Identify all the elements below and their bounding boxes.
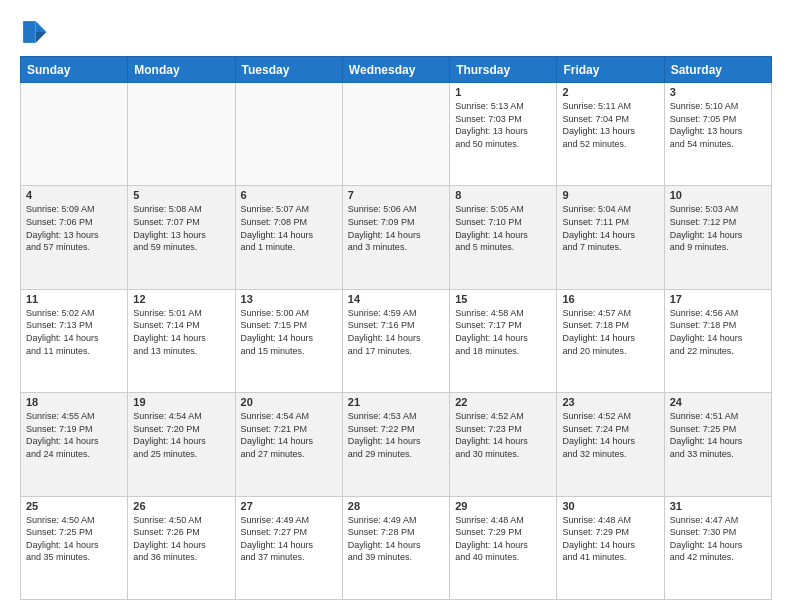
day-info: Sunrise: 4:53 AM Sunset: 7:22 PM Dayligh… bbox=[348, 410, 444, 460]
day-number: 24 bbox=[670, 396, 766, 408]
calendar-day-header: Sunday bbox=[21, 57, 128, 83]
calendar-cell: 20Sunrise: 4:54 AM Sunset: 7:21 PM Dayli… bbox=[235, 393, 342, 496]
day-info: Sunrise: 5:11 AM Sunset: 7:04 PM Dayligh… bbox=[562, 100, 658, 150]
day-number: 12 bbox=[133, 293, 229, 305]
day-info: Sunrise: 5:00 AM Sunset: 7:15 PM Dayligh… bbox=[241, 307, 337, 357]
day-info: Sunrise: 5:06 AM Sunset: 7:09 PM Dayligh… bbox=[348, 203, 444, 253]
page: SundayMondayTuesdayWednesdayThursdayFrid… bbox=[0, 0, 792, 612]
day-number: 31 bbox=[670, 500, 766, 512]
calendar-day-header: Monday bbox=[128, 57, 235, 83]
calendar-cell bbox=[21, 83, 128, 186]
calendar-cell: 31Sunrise: 4:47 AM Sunset: 7:30 PM Dayli… bbox=[664, 496, 771, 599]
calendar-cell: 10Sunrise: 5:03 AM Sunset: 7:12 PM Dayli… bbox=[664, 186, 771, 289]
day-info: Sunrise: 4:51 AM Sunset: 7:25 PM Dayligh… bbox=[670, 410, 766, 460]
svg-rect-2 bbox=[23, 21, 35, 43]
day-number: 14 bbox=[348, 293, 444, 305]
day-number: 4 bbox=[26, 189, 122, 201]
day-info: Sunrise: 4:59 AM Sunset: 7:16 PM Dayligh… bbox=[348, 307, 444, 357]
day-info: Sunrise: 4:54 AM Sunset: 7:21 PM Dayligh… bbox=[241, 410, 337, 460]
calendar-week-row: 4Sunrise: 5:09 AM Sunset: 7:06 PM Daylig… bbox=[21, 186, 772, 289]
day-info: Sunrise: 4:49 AM Sunset: 7:28 PM Dayligh… bbox=[348, 514, 444, 564]
calendar-cell: 28Sunrise: 4:49 AM Sunset: 7:28 PM Dayli… bbox=[342, 496, 449, 599]
day-info: Sunrise: 4:48 AM Sunset: 7:29 PM Dayligh… bbox=[455, 514, 551, 564]
calendar-cell: 25Sunrise: 4:50 AM Sunset: 7:25 PM Dayli… bbox=[21, 496, 128, 599]
header bbox=[20, 18, 772, 46]
day-number: 30 bbox=[562, 500, 658, 512]
calendar-cell: 14Sunrise: 4:59 AM Sunset: 7:16 PM Dayli… bbox=[342, 289, 449, 392]
day-info: Sunrise: 4:48 AM Sunset: 7:29 PM Dayligh… bbox=[562, 514, 658, 564]
day-number: 17 bbox=[670, 293, 766, 305]
calendar-week-row: 18Sunrise: 4:55 AM Sunset: 7:19 PM Dayli… bbox=[21, 393, 772, 496]
calendar-cell: 9Sunrise: 5:04 AM Sunset: 7:11 PM Daylig… bbox=[557, 186, 664, 289]
calendar-cell: 1Sunrise: 5:13 AM Sunset: 7:03 PM Daylig… bbox=[450, 83, 557, 186]
day-number: 26 bbox=[133, 500, 229, 512]
day-number: 20 bbox=[241, 396, 337, 408]
day-number: 22 bbox=[455, 396, 551, 408]
calendar-week-row: 11Sunrise: 5:02 AM Sunset: 7:13 PM Dayli… bbox=[21, 289, 772, 392]
day-info: Sunrise: 4:56 AM Sunset: 7:18 PM Dayligh… bbox=[670, 307, 766, 357]
calendar-cell: 3Sunrise: 5:10 AM Sunset: 7:05 PM Daylig… bbox=[664, 83, 771, 186]
svg-marker-1 bbox=[36, 32, 47, 43]
day-info: Sunrise: 4:58 AM Sunset: 7:17 PM Dayligh… bbox=[455, 307, 551, 357]
day-info: Sunrise: 4:50 AM Sunset: 7:25 PM Dayligh… bbox=[26, 514, 122, 564]
calendar-cell: 24Sunrise: 4:51 AM Sunset: 7:25 PM Dayli… bbox=[664, 393, 771, 496]
day-number: 11 bbox=[26, 293, 122, 305]
calendar-cell: 17Sunrise: 4:56 AM Sunset: 7:18 PM Dayli… bbox=[664, 289, 771, 392]
calendar-day-header: Wednesday bbox=[342, 57, 449, 83]
day-info: Sunrise: 4:55 AM Sunset: 7:19 PM Dayligh… bbox=[26, 410, 122, 460]
day-number: 9 bbox=[562, 189, 658, 201]
day-info: Sunrise: 5:08 AM Sunset: 7:07 PM Dayligh… bbox=[133, 203, 229, 253]
day-number: 10 bbox=[670, 189, 766, 201]
day-number: 25 bbox=[26, 500, 122, 512]
calendar-cell bbox=[342, 83, 449, 186]
day-number: 1 bbox=[455, 86, 551, 98]
calendar-cell: 11Sunrise: 5:02 AM Sunset: 7:13 PM Dayli… bbox=[21, 289, 128, 392]
calendar-cell: 30Sunrise: 4:48 AM Sunset: 7:29 PM Dayli… bbox=[557, 496, 664, 599]
day-info: Sunrise: 5:10 AM Sunset: 7:05 PM Dayligh… bbox=[670, 100, 766, 150]
calendar-cell: 27Sunrise: 4:49 AM Sunset: 7:27 PM Dayli… bbox=[235, 496, 342, 599]
calendar-week-row: 25Sunrise: 4:50 AM Sunset: 7:25 PM Dayli… bbox=[21, 496, 772, 599]
day-number: 5 bbox=[133, 189, 229, 201]
day-info: Sunrise: 4:54 AM Sunset: 7:20 PM Dayligh… bbox=[133, 410, 229, 460]
day-info: Sunrise: 4:52 AM Sunset: 7:23 PM Dayligh… bbox=[455, 410, 551, 460]
day-number: 19 bbox=[133, 396, 229, 408]
day-number: 28 bbox=[348, 500, 444, 512]
calendar-cell: 16Sunrise: 4:57 AM Sunset: 7:18 PM Dayli… bbox=[557, 289, 664, 392]
calendar-day-header: Saturday bbox=[664, 57, 771, 83]
calendar-cell: 4Sunrise: 5:09 AM Sunset: 7:06 PM Daylig… bbox=[21, 186, 128, 289]
day-number: 18 bbox=[26, 396, 122, 408]
logo-icon bbox=[20, 18, 48, 46]
calendar-cell: 13Sunrise: 5:00 AM Sunset: 7:15 PM Dayli… bbox=[235, 289, 342, 392]
day-number: 7 bbox=[348, 189, 444, 201]
day-number: 21 bbox=[348, 396, 444, 408]
day-info: Sunrise: 5:07 AM Sunset: 7:08 PM Dayligh… bbox=[241, 203, 337, 253]
calendar-cell bbox=[128, 83, 235, 186]
calendar-table: SundayMondayTuesdayWednesdayThursdayFrid… bbox=[20, 56, 772, 600]
calendar-cell: 8Sunrise: 5:05 AM Sunset: 7:10 PM Daylig… bbox=[450, 186, 557, 289]
calendar-cell: 21Sunrise: 4:53 AM Sunset: 7:22 PM Dayli… bbox=[342, 393, 449, 496]
day-number: 8 bbox=[455, 189, 551, 201]
day-info: Sunrise: 5:05 AM Sunset: 7:10 PM Dayligh… bbox=[455, 203, 551, 253]
day-info: Sunrise: 4:52 AM Sunset: 7:24 PM Dayligh… bbox=[562, 410, 658, 460]
calendar-cell: 29Sunrise: 4:48 AM Sunset: 7:29 PM Dayli… bbox=[450, 496, 557, 599]
day-number: 23 bbox=[562, 396, 658, 408]
calendar-day-header: Tuesday bbox=[235, 57, 342, 83]
day-info: Sunrise: 5:04 AM Sunset: 7:11 PM Dayligh… bbox=[562, 203, 658, 253]
calendar-week-row: 1Sunrise: 5:13 AM Sunset: 7:03 PM Daylig… bbox=[21, 83, 772, 186]
day-info: Sunrise: 5:01 AM Sunset: 7:14 PM Dayligh… bbox=[133, 307, 229, 357]
calendar-cell: 18Sunrise: 4:55 AM Sunset: 7:19 PM Dayli… bbox=[21, 393, 128, 496]
day-number: 3 bbox=[670, 86, 766, 98]
day-info: Sunrise: 4:47 AM Sunset: 7:30 PM Dayligh… bbox=[670, 514, 766, 564]
calendar-cell: 5Sunrise: 5:08 AM Sunset: 7:07 PM Daylig… bbox=[128, 186, 235, 289]
day-number: 13 bbox=[241, 293, 337, 305]
calendar-header-row: SundayMondayTuesdayWednesdayThursdayFrid… bbox=[21, 57, 772, 83]
calendar-cell: 26Sunrise: 4:50 AM Sunset: 7:26 PM Dayli… bbox=[128, 496, 235, 599]
day-number: 29 bbox=[455, 500, 551, 512]
day-info: Sunrise: 4:57 AM Sunset: 7:18 PM Dayligh… bbox=[562, 307, 658, 357]
day-info: Sunrise: 4:50 AM Sunset: 7:26 PM Dayligh… bbox=[133, 514, 229, 564]
calendar-cell bbox=[235, 83, 342, 186]
day-info: Sunrise: 5:03 AM Sunset: 7:12 PM Dayligh… bbox=[670, 203, 766, 253]
day-number: 27 bbox=[241, 500, 337, 512]
day-info: Sunrise: 5:09 AM Sunset: 7:06 PM Dayligh… bbox=[26, 203, 122, 253]
calendar-cell: 7Sunrise: 5:06 AM Sunset: 7:09 PM Daylig… bbox=[342, 186, 449, 289]
